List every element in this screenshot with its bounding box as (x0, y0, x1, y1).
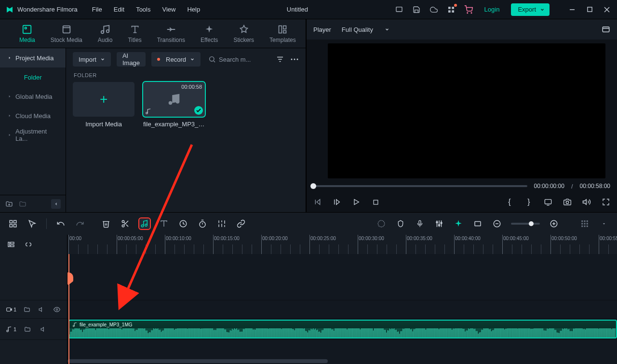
more-icon[interactable] (290, 55, 299, 64)
audio-track-lock-icon[interactable] (22, 324, 33, 335)
svg-point-12 (25, 27, 27, 29)
menu-help[interactable]: Help (187, 6, 200, 13)
sidebar-collapse-button[interactable] (51, 199, 61, 209)
sidebar-folder[interactable]: Folder (0, 67, 66, 87)
folder-icon[interactable] (18, 200, 27, 208)
audio-clip[interactable]: file_example_MP3_1MG (68, 320, 617, 338)
tab-media[interactable]: Media (12, 19, 43, 48)
menu-tools[interactable]: Tools (136, 6, 150, 13)
timer-icon[interactable] (197, 218, 208, 229)
sidebar-cloud-media[interactable]: Cloud Media (0, 106, 66, 125)
export-button[interactable]: Export (511, 3, 550, 16)
new-folder-icon[interactable] (5, 200, 13, 208)
split-icon[interactable] (120, 218, 131, 229)
thumb-file[interactable]: 00:00:58 file_example_MP3_1MG (143, 82, 205, 128)
display-icon[interactable] (544, 198, 552, 206)
mixer-icon[interactable] (434, 218, 444, 229)
video-track-icon[interactable]: 1 (6, 306, 16, 313)
track-mute-icon[interactable] (37, 304, 46, 315)
timeline-ruler[interactable]: 00:0000:00:05:0000:00:10:0000:00:15:0000… (67, 235, 617, 254)
stop-icon[interactable] (371, 198, 380, 206)
record-button[interactable]: Record (151, 52, 201, 67)
scrub-handle[interactable] (310, 183, 316, 189)
selection-tool-icon[interactable] (27, 218, 38, 229)
import-button[interactable]: Import (73, 52, 111, 67)
svg-marker-95 (603, 223, 605, 225)
layout-icon[interactable] (579, 218, 590, 229)
tab-templates[interactable]: Templates (262, 19, 304, 48)
playhead[interactable] (68, 254, 69, 364)
apps-icon[interactable] (447, 5, 456, 14)
volume-icon[interactable] (582, 198, 591, 206)
delete-icon[interactable] (101, 218, 111, 229)
zoom-handle[interactable] (529, 221, 534, 226)
ai-image-button[interactable]: AI Image (117, 52, 146, 67)
login-button[interactable]: Login (482, 4, 503, 15)
zoom-out-icon[interactable] (492, 218, 502, 229)
screen-icon[interactable] (395, 5, 403, 14)
speed-icon[interactable] (178, 218, 188, 229)
more-tools-icon[interactable] (599, 218, 609, 229)
crop-icon[interactable] (472, 218, 483, 229)
thumb-import[interactable]: + Import Media (73, 82, 134, 128)
voiceover-icon[interactable] (415, 218, 425, 229)
tab-stock-media[interactable]: Stock Media (43, 19, 90, 48)
camera-icon[interactable] (563, 198, 572, 206)
tracks-area[interactable]: file_example_MP3_1MG (67, 254, 617, 364)
menu-edit[interactable]: Edit (114, 6, 124, 13)
sidebar-global-media[interactable]: Global Media (0, 87, 66, 106)
media-search[interactable] (206, 52, 264, 67)
cart-icon[interactable] (464, 5, 473, 14)
render-icon[interactable] (376, 218, 387, 229)
audio-track-icon[interactable]: 1 (6, 326, 16, 333)
empty-track[interactable] (67, 254, 617, 300)
play-back-icon[interactable] (333, 198, 341, 206)
fullscreen-icon[interactable] (602, 198, 610, 206)
cloud-icon[interactable] (429, 5, 438, 14)
marker-icon[interactable] (395, 218, 406, 229)
window-minimize[interactable] (567, 4, 577, 15)
tab-audio[interactable]: Audio (90, 19, 121, 48)
track-hide-icon[interactable] (52, 304, 61, 315)
prev-frame-icon[interactable] (313, 198, 322, 206)
timeline-h-scroll-thumb[interactable] (67, 359, 328, 363)
adjust-icon[interactable] (216, 218, 227, 229)
quality-dropdown[interactable]: Full Quality (342, 26, 389, 33)
zoom-in-icon[interactable] (549, 218, 559, 229)
mark-in-icon[interactable]: { (505, 198, 514, 206)
video-preview[interactable] (328, 43, 605, 178)
player-tab[interactable]: Player (313, 26, 331, 33)
redo-icon[interactable] (75, 218, 85, 229)
menu-view[interactable]: View (162, 6, 175, 13)
tab-stickers[interactable]: Stickers (226, 19, 262, 48)
window-maximize[interactable] (584, 4, 595, 15)
sidebar-adjustment-layer[interactable]: Adjustment La... (0, 125, 66, 145)
tab-effects[interactable]: Effects (193, 19, 226, 48)
tab-transitions[interactable]: Transitions (149, 19, 193, 48)
scrub-track[interactable] (313, 185, 527, 187)
link-icon[interactable] (236, 218, 246, 229)
undo-icon[interactable] (55, 218, 66, 229)
sidebar-project-media[interactable]: Project Media (0, 48, 66, 67)
text-icon[interactable] (159, 218, 169, 229)
filter-icon[interactable] (276, 55, 284, 64)
auto-beat-icon[interactable] (453, 218, 464, 229)
window-close[interactable] (602, 4, 612, 15)
link-unlink-icon[interactable] (23, 239, 34, 250)
timeline-h-scrollbar[interactable] (67, 359, 607, 363)
tab-titles[interactable]: Titles (120, 19, 149, 48)
play-icon[interactable] (352, 198, 361, 206)
group-select-icon[interactable] (8, 218, 18, 229)
video-track[interactable] (67, 300, 617, 319)
zoom-slider[interactable] (511, 223, 540, 225)
track-lock-icon[interactable] (22, 304, 31, 315)
snapshot-icon[interactable] (602, 25, 610, 34)
save-icon[interactable] (412, 5, 421, 14)
menu-file[interactable]: File (92, 6, 102, 13)
audio-track[interactable]: file_example_MP3_1MG (67, 319, 617, 340)
audio-tools-icon[interactable] (139, 218, 150, 229)
track-header-icon[interactable] (6, 239, 16, 250)
audio-track-mute-icon[interactable] (39, 324, 49, 335)
mark-out-icon[interactable]: } (524, 198, 533, 206)
search-input[interactable] (219, 56, 253, 63)
